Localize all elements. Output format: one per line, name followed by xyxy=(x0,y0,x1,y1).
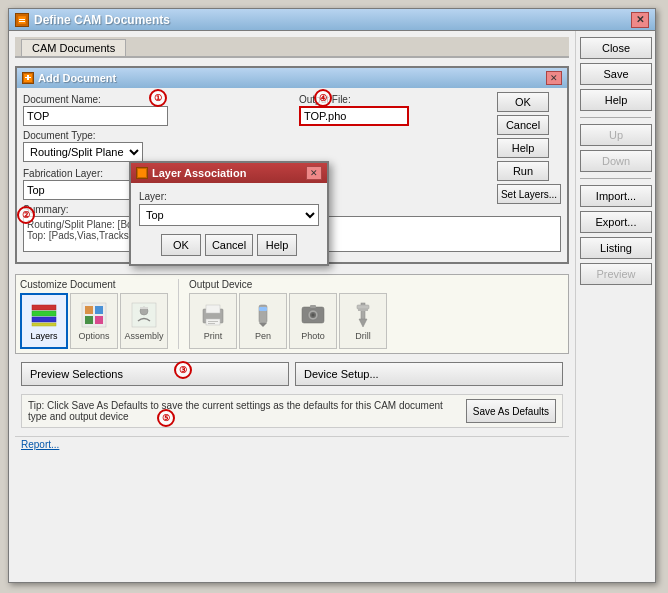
layer-select[interactable]: Top xyxy=(139,204,319,226)
doc-name-label: Document Name: xyxy=(23,94,285,105)
pen-label: Pen xyxy=(255,331,271,341)
assembly-label: Assembly xyxy=(124,331,163,341)
cam-documents-tab[interactable]: CAM Documents xyxy=(21,39,126,56)
output-device-label: Output Device xyxy=(189,279,387,290)
svg-rect-35 xyxy=(138,169,146,177)
tip-box: Tip: Click Save As Defaults to save the … xyxy=(21,394,563,428)
sidebar-help-button[interactable]: Help xyxy=(580,89,652,111)
report-text[interactable]: Report... xyxy=(21,439,59,450)
tip-text: Tip: Click Save As Defaults to save the … xyxy=(28,400,460,422)
svg-rect-19 xyxy=(206,305,220,313)
sidebar-save-button[interactable]: Save xyxy=(580,63,652,85)
svg-rect-14 xyxy=(95,316,103,324)
svg-rect-11 xyxy=(85,306,93,314)
options-label: Options xyxy=(78,331,109,341)
left-panel: CAM Documents Add Document xyxy=(9,31,575,582)
svg-marker-32 xyxy=(359,319,367,327)
add-document-close[interactable]: ✕ xyxy=(546,71,562,85)
sidebar-preview-button[interactable]: Preview xyxy=(580,263,652,285)
main-window: Define CAM Documents ✕ CAM Documents xyxy=(8,8,656,583)
device-setup-button[interactable]: Device Setup... xyxy=(295,362,563,386)
modal-cancel-button[interactable]: Cancel xyxy=(205,234,253,256)
svg-rect-9 xyxy=(32,323,56,326)
svg-rect-22 xyxy=(208,323,215,324)
app-icon xyxy=(15,13,29,27)
add-document-title-bar: Add Document ✕ xyxy=(17,68,567,88)
photo-label: Photo xyxy=(301,331,325,341)
drill-label: Drill xyxy=(355,331,371,341)
options-button[interactable]: Options xyxy=(70,293,118,349)
add-document-icon xyxy=(22,72,34,84)
sidebar-down-button[interactable]: Down xyxy=(580,150,652,172)
svg-rect-33 xyxy=(357,305,369,309)
svg-rect-34 xyxy=(358,309,368,311)
svg-rect-8 xyxy=(32,317,56,322)
svg-rect-25 xyxy=(259,307,267,311)
modal-content: Layer: Top OK Cancel Help xyxy=(131,183,327,264)
svg-rect-1 xyxy=(19,19,25,20)
svg-rect-7 xyxy=(32,311,56,316)
window-title: Define CAM Documents xyxy=(34,13,170,27)
photo-button[interactable]: Photo xyxy=(289,293,337,349)
doc-type-select[interactable]: Routing/Split Plane xyxy=(23,142,143,162)
cancel-button[interactable]: Cancel xyxy=(497,115,549,135)
add-document-title: Add Document xyxy=(38,72,116,84)
svg-rect-30 xyxy=(310,305,316,308)
print-label: Print xyxy=(204,331,223,341)
sidebar-up-button[interactable]: Up xyxy=(580,124,652,146)
doc-name-input[interactable] xyxy=(23,106,168,126)
right-sidebar: Close Save Help Up Down Import... Export… xyxy=(575,31,655,582)
modal-title: Layer Association xyxy=(152,167,246,179)
run-button[interactable]: Run xyxy=(497,161,549,181)
layers-button[interactable]: Layers xyxy=(20,293,68,349)
modal-title-bar: Layer Association ✕ xyxy=(131,163,327,183)
modal-help-button[interactable]: Help xyxy=(257,234,297,256)
sidebar-close-button[interactable]: Close xyxy=(580,37,652,59)
svg-point-29 xyxy=(312,314,315,317)
customize-label: Customize Document xyxy=(20,279,168,290)
customize-document: Customize Document Layers xyxy=(20,279,168,349)
svg-rect-2 xyxy=(19,21,25,22)
preview-selections-button[interactable]: Preview Selections xyxy=(21,362,289,386)
svg-rect-13 xyxy=(85,316,93,324)
tab-bar: CAM Documents xyxy=(15,37,569,58)
customize-output-section: Customize Document Layers xyxy=(15,274,569,354)
sidebar-import-button[interactable]: Import... xyxy=(580,185,652,207)
svg-rect-12 xyxy=(95,306,103,314)
help-button[interactable]: Help xyxy=(497,138,549,158)
output-device: Output Device Print xyxy=(189,279,387,349)
report-bar: Report... xyxy=(15,436,569,452)
svg-marker-24 xyxy=(259,323,267,327)
assembly-button[interactable]: Assembly xyxy=(120,293,168,349)
output-device-buttons: Print Pen xyxy=(189,293,387,349)
section-divider xyxy=(178,279,179,349)
doc-type-label: Document Type: xyxy=(23,130,285,141)
svg-rect-6 xyxy=(32,305,56,310)
main-window-close[interactable]: ✕ xyxy=(631,12,649,28)
svg-rect-21 xyxy=(208,321,218,322)
modal-buttons: OK Cancel Help xyxy=(139,234,319,256)
output-file-input[interactable] xyxy=(299,106,409,126)
window-content: CAM Documents Add Document xyxy=(9,31,655,582)
bottom-button-bar: Preview Selections Device Setup... xyxy=(15,358,569,390)
set-layers-button[interactable]: Set Layers... xyxy=(497,184,561,204)
svg-rect-5 xyxy=(27,75,29,80)
sidebar-listing-button[interactable]: Listing xyxy=(580,237,652,259)
modal-icon xyxy=(136,167,148,179)
svg-rect-17 xyxy=(140,307,148,309)
layer-association-modal: Layer Association ✕ Layer: Top OK Cancel… xyxy=(129,161,329,266)
modal-close[interactable]: ✕ xyxy=(306,166,322,180)
drill-button[interactable]: Drill xyxy=(339,293,387,349)
modal-ok-button[interactable]: OK xyxy=(161,234,201,256)
save-as-defaults-button[interactable]: Save As Defaults xyxy=(466,399,556,423)
print-button[interactable]: Print xyxy=(189,293,237,349)
layers-label: Layers xyxy=(30,331,57,341)
layer-label: Layer: xyxy=(139,191,319,202)
pen-button[interactable]: Pen xyxy=(239,293,287,349)
title-bar: Define CAM Documents ✕ xyxy=(9,9,655,31)
customize-buttons: Layers Options xyxy=(20,293,168,349)
ok-button[interactable]: OK xyxy=(497,92,549,112)
sidebar-export-button[interactable]: Export... xyxy=(580,211,652,233)
